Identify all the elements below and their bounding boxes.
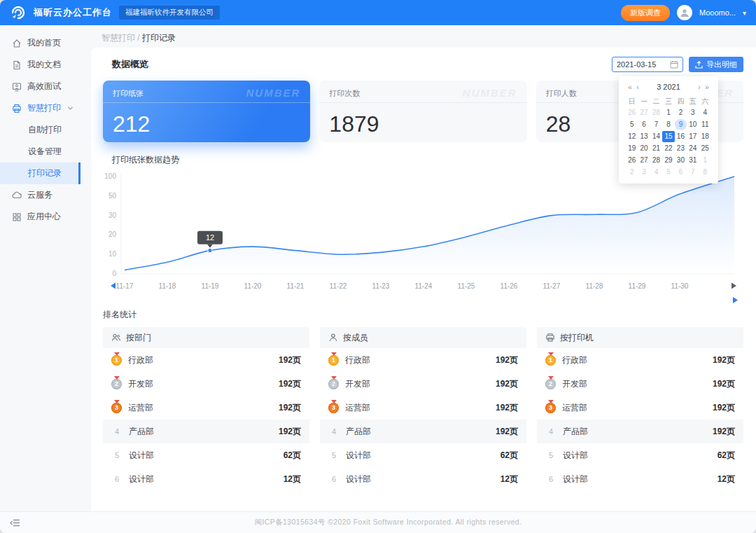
username[interactable]: Mooomo... (699, 8, 736, 17)
calendar-next-year-icon[interactable]: » (703, 83, 711, 91)
chart-prev-icon[interactable] (111, 283, 115, 289)
calendar-day[interactable]: 6 (638, 119, 650, 130)
ranking-row[interactable]: 2开发部192页 (320, 372, 526, 396)
calendar-day[interactable]: 26 (626, 155, 638, 166)
calendar-day[interactable]: 9 (675, 119, 687, 130)
calendar-prev-year-icon[interactable]: « (626, 83, 634, 91)
ranking-row[interactable]: 5设计部62页 (103, 443, 309, 467)
calendar-day[interactable]: 15 (662, 131, 674, 142)
chart-next-icon[interactable] (732, 283, 736, 289)
calendar-day[interactable]: 3 (687, 107, 699, 118)
calendar-day[interactable]: 1 (662, 107, 674, 118)
avatar[interactable] (677, 5, 692, 20)
ranking-header: 按打印机 (537, 327, 743, 348)
ranking-row[interactable]: 4产品部192页 (103, 420, 309, 443)
calendar-day[interactable]: 2 (675, 107, 687, 118)
sidebar-item-我的首页[interactable]: 我的首页 (0, 32, 80, 54)
calendar-day[interactable]: 29 (662, 155, 674, 166)
calendar-day[interactable]: 7 (687, 167, 699, 178)
section-title-overview: 数据概览 (112, 58, 148, 71)
ranking-row[interactable]: 3运营部192页 (103, 396, 309, 420)
calendar-day[interactable]: 18 (699, 131, 711, 142)
collapse-sidebar-icon[interactable] (10, 518, 20, 527)
export-button[interactable]: 导出明细 (689, 57, 743, 72)
ranking-row[interactable]: 6设计部12页 (537, 467, 743, 491)
calendar-day[interactable]: 5 (662, 167, 674, 178)
calendar-day[interactable]: 12 (626, 131, 638, 142)
calendar-day[interactable]: 1 (699, 155, 711, 166)
calendar-day[interactable]: 10 (687, 119, 699, 130)
calendar-day[interactable]: 26 (626, 107, 638, 118)
calendar-day[interactable]: 17 (687, 131, 699, 142)
calendar-day[interactable]: 16 (675, 131, 687, 142)
calendar-day[interactable]: 5 (626, 119, 638, 130)
data-point-marker[interactable] (208, 248, 212, 252)
ranking-row[interactable]: 1行政部192页 (537, 348, 743, 372)
calendar-day[interactable]: 6 (675, 167, 687, 178)
ranking-row[interactable]: 2开发部192页 (103, 372, 309, 396)
ranking-row[interactable]: 6设计部12页 (103, 467, 309, 491)
ranking-value: 192页 (496, 426, 518, 438)
calendar-next-month-icon[interactable]: › (696, 83, 703, 91)
calendar-day[interactable]: 14 (650, 131, 662, 142)
sidebar-item-应用中心[interactable]: 应用中心 (0, 206, 80, 228)
ranking-row[interactable]: 1行政部192页 (320, 348, 526, 372)
ranking-header: 按部门 (103, 327, 309, 348)
calendar-day[interactable]: 19 (626, 143, 638, 154)
calendar-day[interactable]: 21 (650, 143, 662, 154)
y-tick-label: 100 (104, 172, 116, 180)
ranking-header: 按成员 (320, 327, 526, 348)
chevron-down-icon[interactable]: ▾ (743, 9, 746, 17)
calendar-day[interactable]: 20 (638, 143, 650, 154)
calendar-grid: 日一二三四五六262728123456789101112131415161718… (626, 96, 711, 178)
calendar-day[interactable]: 23 (675, 143, 687, 154)
sidebar-subitem-打印记录[interactable]: 打印记录 (0, 162, 80, 184)
ranking-row[interactable]: 2开发部192页 (537, 372, 743, 396)
chevron-down-icon[interactable] (67, 105, 74, 111)
calendar-day[interactable]: 27 (638, 155, 650, 166)
calendar-day[interactable]: 28 (650, 107, 662, 118)
company-badge[interactable]: 福建福昕软件开发有限公司 (119, 6, 220, 20)
calendar-day[interactable]: 4 (650, 167, 662, 178)
app-logo-icon[interactable] (10, 4, 27, 21)
breadcrumb-parent[interactable]: 智慧打印 (102, 33, 135, 43)
sidebar-subitem-自助打印[interactable]: 自助打印 (0, 119, 80, 141)
medal-rank-2-icon: 2 (545, 379, 556, 389)
calendar-day[interactable]: 11 (699, 119, 711, 130)
calendar-day[interactable]: 8 (662, 119, 674, 130)
calendar-day[interactable]: 4 (699, 107, 711, 118)
calendar-day[interactable]: 30 (675, 155, 687, 166)
sidebar-item-智慧打印[interactable]: 智慧打印 (0, 97, 80, 119)
calendar-day[interactable]: 2 (626, 167, 638, 178)
sidebar-item-云服务[interactable]: 云服务 (0, 184, 80, 206)
calendar-day[interactable]: 7 (650, 119, 662, 130)
calendar-day[interactable]: 13 (638, 131, 650, 142)
ranking-row[interactable]: 3运营部192页 (537, 396, 743, 420)
calendar-day[interactable]: 24 (687, 143, 699, 154)
promo-button[interactable]: 新版调查 (621, 5, 670, 21)
calendar-prev-month-icon[interactable]: ‹ (634, 83, 641, 91)
calendar-day[interactable]: 28 (650, 155, 662, 166)
date-input[interactable]: 2021-03-15 (612, 57, 683, 72)
ranking-row[interactable]: 4产品部192页 (320, 420, 526, 443)
ranking-row[interactable]: 4产品部192页 (537, 420, 743, 443)
ranking-row[interactable]: 6设计部12页 (320, 467, 526, 491)
ranking-row[interactable]: 5设计部62页 (537, 443, 743, 467)
sidebar-item-label: 应用中心 (27, 211, 61, 223)
ranking-row[interactable]: 5设计部62页 (320, 443, 526, 467)
sidebar-item-我的文档[interactable]: 我的文档 (0, 54, 80, 76)
sidebar-subitem-设备管理[interactable]: 设备管理 (0, 141, 80, 162)
calendar-day[interactable]: 3 (638, 167, 650, 178)
calendar-day[interactable]: 27 (638, 107, 650, 118)
sidebar-item-高效面试[interactable]: 高效面试 (0, 76, 80, 97)
calendar-day[interactable]: 22 (662, 143, 674, 154)
calendar-day[interactable]: 8 (699, 167, 711, 178)
ranking-value: 192页 (279, 402, 301, 414)
chart-next-page-icon[interactable] (733, 297, 738, 303)
calendar-day[interactable]: 31 (687, 155, 699, 166)
ranking-row[interactable]: 1行政部192页 (103, 348, 309, 372)
calendar-day[interactable]: 25 (699, 143, 711, 154)
ranking-row[interactable]: 3运营部192页 (320, 396, 526, 420)
overview-card-打印次数[interactable]: 打印次数NUMBER1879 (319, 81, 526, 142)
overview-card-打印纸张[interactable]: 打印纸张NUMBER212 (103, 81, 310, 142)
